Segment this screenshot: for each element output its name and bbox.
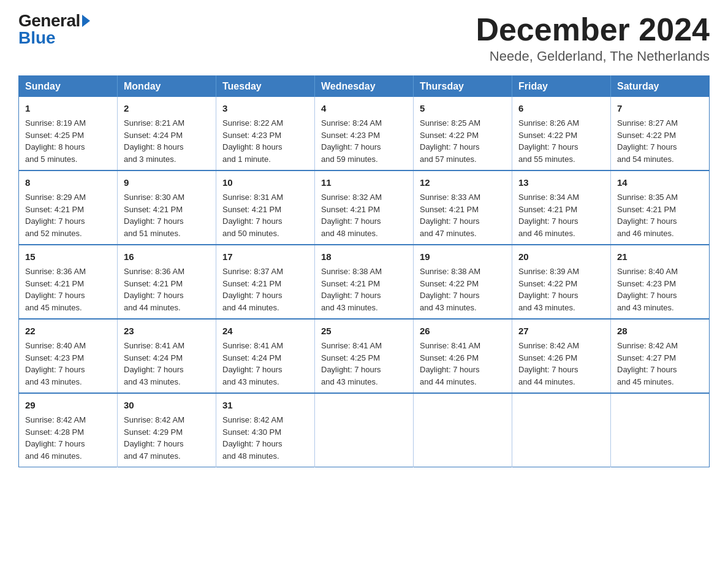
month-title: December 2024 [476, 12, 710, 47]
day-info: Sunrise: 8:38 AMSunset: 4:21 PMDaylight:… [321, 267, 382, 312]
day-info: Sunrise: 8:19 AMSunset: 4:25 PMDaylight:… [25, 118, 86, 164]
calendar-day-cell: 30 Sunrise: 8:42 AMSunset: 4:29 PMDaylig… [118, 393, 216, 467]
day-number: 31 [222, 399, 308, 412]
calendar-day-cell: 11 Sunrise: 8:32 AMSunset: 4:21 PMDaylig… [315, 170, 414, 245]
day-number: 26 [420, 324, 506, 338]
day-info: Sunrise: 8:29 AMSunset: 4:21 PMDaylight:… [25, 193, 86, 238]
calendar-day-cell: 20 Sunrise: 8:39 AMSunset: 4:22 PMDaylig… [512, 245, 611, 319]
page-header: General Blue December 2024 Neede, Gelder… [18, 12, 710, 64]
day-number: 29 [25, 399, 111, 412]
calendar-day-cell: 7 Sunrise: 8:27 AMSunset: 4:22 PMDayligh… [611, 97, 710, 170]
calendar-day-cell: 25 Sunrise: 8:41 AMSunset: 4:25 PMDaylig… [315, 319, 414, 393]
calendar-day-cell: 17 Sunrise: 8:37 AMSunset: 4:21 PMDaylig… [216, 245, 315, 319]
calendar-day-cell: 29 Sunrise: 8:42 AMSunset: 4:28 PMDaylig… [19, 393, 118, 467]
day-number: 24 [222, 324, 308, 338]
day-info: Sunrise: 8:40 AMSunset: 4:23 PMDaylight:… [25, 341, 86, 386]
day-number: 15 [25, 250, 111, 264]
calendar-day-cell: 19 Sunrise: 8:38 AMSunset: 4:22 PMDaylig… [414, 245, 512, 319]
calendar-day-cell: 10 Sunrise: 8:31 AMSunset: 4:21 PMDaylig… [216, 170, 315, 245]
logo-blue-text: Blue [18, 29, 56, 47]
calendar-day-cell: 18 Sunrise: 8:38 AMSunset: 4:21 PMDaylig… [315, 245, 414, 319]
day-info: Sunrise: 8:41 AMSunset: 4:25 PMDaylight:… [321, 341, 382, 386]
day-number: 21 [617, 250, 703, 264]
day-number: 9 [124, 176, 210, 190]
weekday-header-saturday: Saturday [611, 76, 710, 98]
weekday-header-tuesday: Tuesday [216, 76, 315, 98]
day-number: 13 [518, 176, 604, 190]
day-info: Sunrise: 8:42 AMSunset: 4:26 PMDaylight:… [518, 341, 579, 386]
weekday-header-row: SundayMondayTuesdayWednesdayThursdayFrid… [19, 76, 710, 98]
day-number: 18 [321, 250, 407, 264]
day-info: Sunrise: 8:30 AMSunset: 4:21 PMDaylight:… [124, 193, 184, 238]
calendar-week-row: 8 Sunrise: 8:29 AMSunset: 4:21 PMDayligh… [19, 170, 710, 245]
calendar-day-cell: 6 Sunrise: 8:26 AMSunset: 4:22 PMDayligh… [512, 97, 611, 170]
calendar-week-row: 22 Sunrise: 8:40 AMSunset: 4:23 PMDaylig… [19, 319, 710, 393]
calendar-day-cell: 21 Sunrise: 8:40 AMSunset: 4:23 PMDaylig… [611, 245, 710, 319]
location-subtitle: Neede, Gelderland, The Netherlands [476, 48, 710, 64]
calendar-day-cell: 24 Sunrise: 8:41 AMSunset: 4:24 PMDaylig… [216, 319, 315, 393]
logo: General Blue [18, 12, 91, 47]
calendar-day-cell: 4 Sunrise: 8:24 AMSunset: 4:23 PMDayligh… [315, 97, 414, 170]
day-info: Sunrise: 8:41 AMSunset: 4:24 PMDaylight:… [222, 341, 283, 386]
day-info: Sunrise: 8:42 AMSunset: 4:28 PMDaylight:… [25, 415, 86, 461]
day-number: 16 [124, 250, 210, 264]
day-info: Sunrise: 8:42 AMSunset: 4:30 PMDaylight:… [222, 415, 283, 461]
calendar-day-cell [414, 393, 512, 467]
day-number: 17 [222, 250, 308, 264]
calendar-day-cell [611, 393, 710, 467]
day-number: 19 [420, 250, 506, 264]
calendar-week-row: 1 Sunrise: 8:19 AMSunset: 4:25 PMDayligh… [19, 97, 710, 170]
calendar-day-cell: 8 Sunrise: 8:29 AMSunset: 4:21 PMDayligh… [19, 170, 118, 245]
calendar-day-cell: 13 Sunrise: 8:34 AMSunset: 4:21 PMDaylig… [512, 170, 611, 245]
title-block: December 2024 Neede, Gelderland, The Net… [476, 12, 710, 64]
day-info: Sunrise: 8:38 AMSunset: 4:22 PMDaylight:… [420, 267, 480, 312]
calendar-day-cell: 3 Sunrise: 8:22 AMSunset: 4:23 PMDayligh… [216, 97, 315, 170]
day-number: 30 [124, 399, 210, 412]
day-info: Sunrise: 8:31 AMSunset: 4:21 PMDaylight:… [222, 193, 283, 238]
calendar-day-cell: 27 Sunrise: 8:42 AMSunset: 4:26 PMDaylig… [512, 319, 611, 393]
day-number: 12 [420, 176, 506, 190]
calendar-day-cell: 2 Sunrise: 8:21 AMSunset: 4:24 PMDayligh… [118, 97, 216, 170]
weekday-header-monday: Monday [118, 76, 216, 98]
calendar-day-cell [512, 393, 611, 467]
day-number: 7 [617, 102, 703, 115]
day-info: Sunrise: 8:26 AMSunset: 4:22 PMDaylight:… [518, 118, 579, 164]
weekday-header-thursday: Thursday [414, 76, 512, 98]
calendar-day-cell: 1 Sunrise: 8:19 AMSunset: 4:25 PMDayligh… [19, 97, 118, 170]
logo-general-text: General [18, 12, 80, 29]
weekday-header-sunday: Sunday [19, 76, 118, 98]
day-number: 22 [25, 324, 111, 338]
day-number: 1 [25, 102, 111, 115]
calendar-day-cell: 12 Sunrise: 8:33 AMSunset: 4:21 PMDaylig… [414, 170, 512, 245]
day-info: Sunrise: 8:37 AMSunset: 4:21 PMDaylight:… [222, 267, 283, 312]
day-info: Sunrise: 8:32 AMSunset: 4:21 PMDaylight:… [321, 193, 382, 238]
calendar-week-row: 15 Sunrise: 8:36 AMSunset: 4:21 PMDaylig… [19, 245, 710, 319]
calendar-table: SundayMondayTuesdayWednesdayThursdayFrid… [18, 75, 710, 467]
calendar-day-cell: 16 Sunrise: 8:36 AMSunset: 4:21 PMDaylig… [118, 245, 216, 319]
day-info: Sunrise: 8:40 AMSunset: 4:23 PMDaylight:… [617, 267, 678, 312]
day-info: Sunrise: 8:24 AMSunset: 4:23 PMDaylight:… [321, 118, 382, 164]
day-number: 23 [124, 324, 210, 338]
day-info: Sunrise: 8:21 AMSunset: 4:24 PMDaylight:… [124, 118, 184, 164]
day-number: 11 [321, 176, 407, 190]
calendar-week-row: 29 Sunrise: 8:42 AMSunset: 4:28 PMDaylig… [19, 393, 710, 467]
day-number: 6 [518, 102, 604, 115]
day-info: Sunrise: 8:34 AMSunset: 4:21 PMDaylight:… [518, 193, 579, 238]
logo-triangle-icon [82, 15, 90, 27]
day-number: 20 [518, 250, 604, 264]
day-number: 28 [617, 324, 703, 338]
calendar-day-cell: 15 Sunrise: 8:36 AMSunset: 4:21 PMDaylig… [19, 245, 118, 319]
day-info: Sunrise: 8:41 AMSunset: 4:26 PMDaylight:… [420, 341, 480, 386]
day-number: 4 [321, 102, 407, 115]
day-info: Sunrise: 8:27 AMSunset: 4:22 PMDaylight:… [617, 118, 678, 164]
day-number: 27 [518, 324, 604, 338]
day-info: Sunrise: 8:36 AMSunset: 4:21 PMDaylight:… [124, 267, 184, 312]
weekday-header-friday: Friday [512, 76, 611, 98]
calendar-day-cell: 9 Sunrise: 8:30 AMSunset: 4:21 PMDayligh… [118, 170, 216, 245]
day-info: Sunrise: 8:42 AMSunset: 4:29 PMDaylight:… [124, 415, 184, 461]
day-number: 25 [321, 324, 407, 338]
day-info: Sunrise: 8:42 AMSunset: 4:27 PMDaylight:… [617, 341, 678, 386]
calendar-day-cell: 14 Sunrise: 8:35 AMSunset: 4:21 PMDaylig… [611, 170, 710, 245]
day-info: Sunrise: 8:41 AMSunset: 4:24 PMDaylight:… [124, 341, 184, 386]
day-number: 14 [617, 176, 703, 190]
